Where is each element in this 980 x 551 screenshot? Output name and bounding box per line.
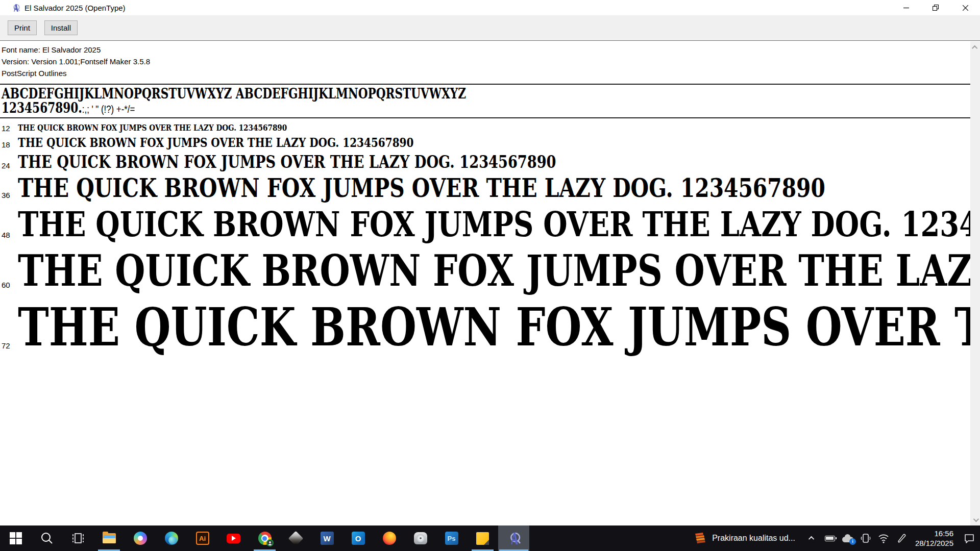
format-factory-icon <box>414 532 427 544</box>
sample-row-60: 60 THE QUICK BROWN FOX JUMPS OVER THE LA… <box>0 245 970 296</box>
sample-size-label: 24 <box>0 161 18 170</box>
sample-size-label: 18 <box>0 140 18 149</box>
illustrator-button[interactable]: Ai <box>187 525 218 551</box>
outlook-button[interactable]: O <box>342 525 374 551</box>
phone-link-button[interactable] <box>859 525 872 551</box>
numbers-specimen: 1234567890.:,; ' " (!?) +-*/= <box>0 102 970 115</box>
install-button[interactable]: Install <box>44 20 78 35</box>
windows-ink-button[interactable] <box>895 525 908 551</box>
sample-text-12: THE QUICK BROWN FOX JUMPS OVER THE LAZY … <box>18 122 287 133</box>
sample-size-label: 36 <box>0 191 18 199</box>
air-quality-icon <box>693 531 707 545</box>
inkscape-button[interactable] <box>280 525 311 551</box>
outlook-icon: O <box>352 532 365 545</box>
photoshop-button[interactable]: Ps <box>436 525 467 551</box>
chrome-profile-badge <box>266 539 274 546</box>
sample-row-12: 12 THE QUICK BROWN FOX JUMPS OVER THE LA… <box>0 122 970 134</box>
alphabet-specimen: ABCDEFGHIJKLMNOPQRSTUVWXYZ ABCDEFGHIJKLM… <box>0 86 970 102</box>
sample-size-label: 48 <box>0 231 18 239</box>
clock-date: 28/12/2025 <box>915 538 953 548</box>
restore-icon <box>933 5 939 11</box>
network-button[interactable] <box>877 525 890 551</box>
scroll-down-button[interactable] <box>970 515 980 524</box>
battery-button[interactable] <box>823 525 837 551</box>
chevron-up-icon <box>808 536 814 542</box>
chevron-down-icon <box>973 516 978 521</box>
file-explorer-button[interactable] <box>93 525 125 551</box>
system-tray: i <box>802 525 911 551</box>
task-view-icon <box>71 532 85 545</box>
copilot-button[interactable] <box>125 525 156 551</box>
sample-row-24: 24 THE QUICK BROWN FOX JUMPS OVER THE LA… <box>0 152 970 172</box>
minimize-button[interactable] <box>891 0 921 15</box>
caption-buttons <box>891 0 980 15</box>
taskbar-right: Prakiraan kualitas ud... i <box>685 525 980 551</box>
onedrive-info-badge: i <box>849 538 856 545</box>
edge-button[interactable] <box>156 525 187 551</box>
sample-size-label: 60 <box>0 281 18 289</box>
font-viewer-app-icon <box>11 4 20 12</box>
scroll-up-button[interactable] <box>970 42 980 52</box>
format-factory-button[interactable] <box>405 525 436 551</box>
font-viewer-taskbar-button[interactable] <box>498 525 529 551</box>
font-outline-line: PostScript Outlines <box>2 67 970 79</box>
chrome-button[interactable] <box>249 525 280 551</box>
notification-icon <box>963 532 975 544</box>
word-icon: W <box>321 532 334 545</box>
word-button[interactable]: W <box>311 525 342 551</box>
task-view-button[interactable] <box>62 525 93 551</box>
font-info-block: Font name: El Salvador 2025 Version: Ver… <box>0 41 970 79</box>
edge-icon <box>165 532 178 545</box>
close-icon <box>963 5 968 11</box>
firefox-icon <box>383 532 396 545</box>
tray-overflow-button[interactable] <box>805 525 819 551</box>
sample-text-18: THE QUICK BROWN FOX JUMPS OVER THE LAZY … <box>18 135 413 150</box>
search-icon <box>40 532 54 545</box>
sample-row-36: 36 THE QUICK BROWN FOX JUMPS OVER THE LA… <box>0 173 970 203</box>
font-preview-area: Font name: El Salvador 2025 Version: Ver… <box>0 41 970 525</box>
size-samples: 12 THE QUICK BROWN FOX JUMPS OVER THE LA… <box>0 122 970 358</box>
action-center-button[interactable] <box>959 525 980 551</box>
divider <box>0 84 970 85</box>
font-viewer-icon <box>507 532 521 545</box>
sample-size-label: 72 <box>0 341 18 350</box>
sticky-notes-button[interactable] <box>467 525 498 551</box>
pen-icon <box>896 533 907 544</box>
vertical-scrollbar[interactable] <box>970 41 980 525</box>
sample-row-72: 72 THE QUICK BROWN FOX JUMPS OVER THE LA… <box>0 297 970 358</box>
sample-text-36: THE QUICK BROWN FOX JUMPS OVER THE LAZY … <box>18 172 825 203</box>
firefox-button[interactable] <box>374 525 405 551</box>
search-button[interactable] <box>31 525 62 551</box>
wifi-icon <box>878 533 889 544</box>
copilot-icon <box>134 532 147 545</box>
sample-row-18: 18 THE QUICK BROWN FOX JUMPS OVER THE LA… <box>0 135 970 151</box>
sticky-notes-icon <box>476 532 489 545</box>
onedrive-cloud-icon: i <box>842 537 853 542</box>
weather-label: Prakiraan kualitas ud... <box>712 534 795 543</box>
alphabet-text: ABCDEFGHIJKLMNOPQRSTUVWXYZ ABCDEFGHIJKLM… <box>2 86 466 102</box>
onedrive-button[interactable]: i <box>841 525 854 551</box>
divider <box>0 117 970 118</box>
start-button[interactable] <box>0 525 31 551</box>
sample-row-48: 48 THE QUICK BROWN FOX JUMPS OVER THE LA… <box>0 204 970 244</box>
illustrator-icon: Ai <box>196 532 209 545</box>
youtube-button[interactable] <box>218 525 249 551</box>
windows-logo-icon <box>10 532 22 544</box>
close-button[interactable] <box>950 0 980 15</box>
chrome-icon <box>258 532 272 545</box>
punctuation-text: :,; ' " (!?) +-*/= <box>82 103 135 115</box>
chevron-up-icon <box>971 45 977 51</box>
youtube-icon <box>227 534 240 543</box>
digits-text: 1234567890. <box>2 100 82 116</box>
font-viewer-window: El Salvador 2025 (OpenType) Print Instal… <box>0 0 980 525</box>
minimize-icon <box>903 5 909 11</box>
print-button[interactable]: Print <box>8 20 37 35</box>
sample-text-60: THE QUICK BROWN FOX JUMPS OVER THE LAZY … <box>18 245 970 296</box>
inkscape-icon <box>288 531 304 546</box>
sample-text-24: THE QUICK BROWN FOX JUMPS OVER THE LAZY … <box>18 152 556 172</box>
clock[interactable]: 16:56 28/12/2025 <box>911 525 959 551</box>
weather-widget[interactable]: Prakiraan kualitas ud... <box>685 525 802 551</box>
sample-size-label: 12 <box>0 124 18 133</box>
font-version-line: Version: Version 1.001;Fontself Maker 3.… <box>2 56 970 67</box>
restore-button[interactable] <box>921 0 950 15</box>
